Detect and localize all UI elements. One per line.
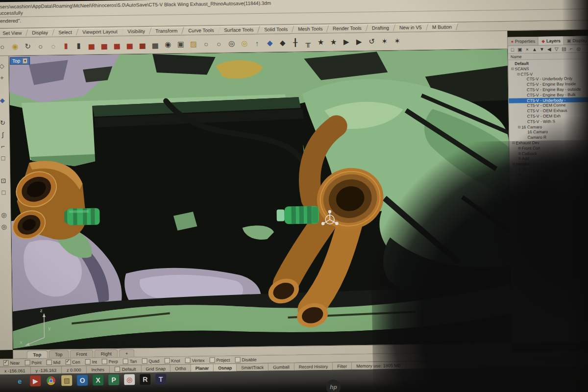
checkbox[interactable] xyxy=(235,357,240,363)
viewport-tab[interactable]: Front xyxy=(70,350,93,358)
checkbox[interactable] xyxy=(85,359,91,365)
checkbox[interactable] xyxy=(3,360,9,366)
zoom-selected-icon[interactable]: ○ xyxy=(35,40,46,52)
delete-layer-icon[interactable]: × xyxy=(524,47,530,52)
viewport-title[interactable]: Top ▾ xyxy=(10,57,30,65)
walk-icon[interactable]: ✶ xyxy=(379,35,390,47)
red-panel-icon[interactable]: ▮ xyxy=(61,40,72,51)
status-pad[interactable]: Ortho xyxy=(171,365,191,372)
zoom-extents-icon[interactable]: ◌ xyxy=(48,40,59,52)
osnap-toggle[interactable]: Cen xyxy=(65,359,80,365)
menu-item[interactable]: M Button xyxy=(426,23,458,30)
car-side-icon[interactable]: ▅ xyxy=(86,40,97,51)
new-layer-icon[interactable]: □ xyxy=(510,47,515,52)
polyline-icon[interactable]: □ xyxy=(0,153,8,163)
move-down-icon[interactable]: ▼ xyxy=(539,47,545,52)
coordinate-cell[interactable]: x -156.061 xyxy=(0,367,31,375)
move-up-icon[interactable]: ▲ xyxy=(532,47,538,52)
pointer-icon[interactable]: ◇ xyxy=(0,61,7,71)
blue-gem-icon[interactable]: ◆ xyxy=(0,95,7,105)
osnap-toggle[interactable]: Tan xyxy=(123,359,137,364)
excel-icon[interactable]: X xyxy=(93,374,103,385)
viewport-tab[interactable]: Top xyxy=(26,350,48,359)
coordinate-cell[interactable]: Inches xyxy=(86,366,110,373)
monitor-icon[interactable]: ▣ xyxy=(175,38,186,50)
menu-item[interactable]: Set View xyxy=(0,29,28,37)
checkbox[interactable] xyxy=(24,360,30,366)
menu-item[interactable]: Render Tools xyxy=(327,24,368,32)
clamp-icon[interactable]: ╥ xyxy=(302,36,313,48)
checkbox[interactable] xyxy=(185,358,191,363)
coordinate-cell[interactable]: z 0.000 xyxy=(62,366,87,374)
project-icon[interactable]: P xyxy=(108,374,119,385)
car-wheel-icon[interactable]: ▅ xyxy=(137,39,147,50)
menu-item[interactable]: New in V5 xyxy=(393,24,428,31)
collapse-icon[interactable]: ◀ xyxy=(546,47,552,52)
status-pad[interactable]: Record History xyxy=(294,363,333,370)
box-2-icon[interactable]: □ xyxy=(0,187,8,197)
menu-item[interactable]: Curve Tools xyxy=(182,26,220,34)
osnap-toggle[interactable]: Quad xyxy=(142,358,159,364)
osnap-toggle[interactable]: Point xyxy=(24,360,42,365)
tree-icon[interactable]: ↑ xyxy=(251,37,262,49)
osnap-toggle[interactable]: Project xyxy=(209,357,230,363)
media-player-icon[interactable]: ▶ xyxy=(30,375,41,386)
rotate-icon[interactable]: ↻ xyxy=(0,118,7,127)
viewport-tab[interactable]: + xyxy=(119,349,135,357)
panel-tab[interactable]: ● Properties xyxy=(508,37,539,46)
status-pad[interactable]: Grid Snap xyxy=(141,365,171,373)
orbit-icon[interactable]: ↺ xyxy=(366,36,377,48)
menu-item[interactable]: Solid Tools xyxy=(258,25,294,33)
car-camera-icon[interactable]: ▅ xyxy=(149,39,160,50)
coordinate-cell[interactable]: Default xyxy=(110,365,142,373)
zoom-window-icon[interactable]: ◉ xyxy=(10,41,21,52)
panel-tab[interactable]: ◆ Layers xyxy=(539,36,564,45)
file-explorer-icon[interactable]: ▨ xyxy=(61,375,72,386)
status-pad[interactable]: Osnap xyxy=(214,364,237,372)
star-icon[interactable]: ★ xyxy=(315,36,326,48)
osnap-toggle[interactable]: Int xyxy=(85,359,97,365)
internet-explorer-icon[interactable]: e xyxy=(14,376,25,387)
camera-icon[interactable]: ◉ xyxy=(162,38,173,50)
target-icon[interactable]: ◎ xyxy=(226,38,237,49)
car-top-icon[interactable]: ▅ xyxy=(99,39,110,51)
plane-icon[interactable]: ▶ xyxy=(341,36,351,48)
osnap-toggle[interactable]: Near xyxy=(3,360,20,366)
checkbox[interactable] xyxy=(115,367,120,372)
box-icon[interactable]: ⊡ xyxy=(0,175,8,185)
status-pad[interactable]: Filter xyxy=(333,362,352,370)
checkbox[interactable] xyxy=(65,359,71,365)
star-2-icon[interactable]: ★ xyxy=(328,36,339,48)
zoom-dynamic-icon[interactable]: ○ xyxy=(0,41,8,52)
sphere-small-icon[interactable]: ○ xyxy=(213,38,224,49)
rhino-head-icon[interactable]: ◆ xyxy=(277,37,288,49)
sphere-pair-icon[interactable]: ◎ xyxy=(0,210,9,220)
menu-item[interactable]: Transform xyxy=(149,27,184,34)
status-pad[interactable]: SmartTrack xyxy=(237,364,269,371)
car-front-icon[interactable]: ▅ xyxy=(111,39,122,51)
menu-item[interactable]: Select xyxy=(52,28,78,36)
teams-icon[interactable]: T xyxy=(155,374,166,385)
blue-blocks-icon[interactable]: ◆ xyxy=(264,37,275,49)
expander-icon[interactable]: ⊟ xyxy=(510,66,514,72)
menu-item[interactable]: Surface Tools xyxy=(218,26,260,33)
osnap-toggle[interactable]: Vertex xyxy=(185,358,205,364)
osnap-toggle[interactable]: Disable xyxy=(235,357,256,363)
checkbox[interactable] xyxy=(164,358,170,364)
filter-icon[interactable]: ▽ xyxy=(554,46,560,51)
pan-icon[interactable]: + xyxy=(0,73,7,82)
plane-2-icon[interactable]: ▶ xyxy=(353,36,364,48)
checkbox[interactable] xyxy=(123,359,128,364)
pin-icon[interactable]: ╂ xyxy=(290,37,300,49)
sphere-icon[interactable]: ○ xyxy=(200,38,211,49)
status-pad[interactable]: Gumball xyxy=(269,363,294,371)
osnap-toggle[interactable]: Knot xyxy=(164,358,180,363)
osnap-toggle[interactable]: Mid xyxy=(47,360,61,365)
viewport-tab[interactable]: Right xyxy=(95,349,118,358)
outlook-icon[interactable]: O xyxy=(77,375,88,386)
target-active-icon[interactable]: ◎ xyxy=(239,37,249,49)
new-sublayer-icon[interactable]: ▣ xyxy=(517,47,523,52)
checkbox[interactable] xyxy=(47,360,52,365)
torus-icon[interactable]: ◎ xyxy=(0,221,9,231)
joint-icon[interactable]: ⌐ xyxy=(0,141,8,151)
